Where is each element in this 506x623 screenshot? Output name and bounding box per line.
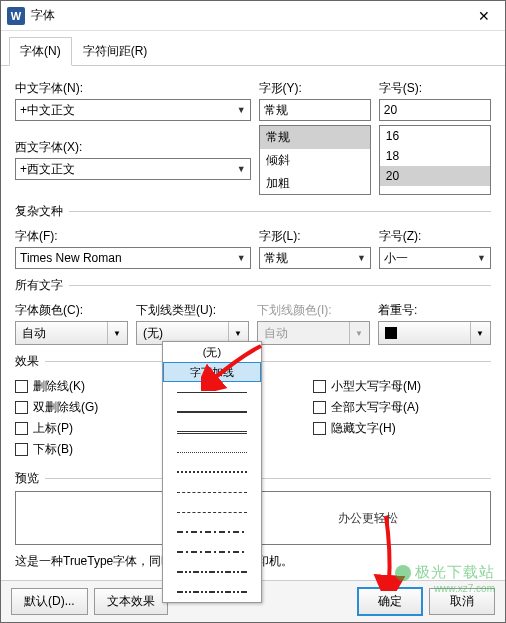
- dropdown-item-thick[interactable]: [163, 402, 261, 422]
- checkbox-label: 小型大写字母(M): [331, 378, 421, 395]
- tab-char-spacing[interactable]: 字符间距(R): [72, 37, 159, 66]
- checkbox-icon: [313, 422, 326, 435]
- checkbox-icon: [313, 401, 326, 414]
- checkbox-label: 删除线(K): [33, 378, 85, 395]
- style-label: 字形(Y):: [259, 80, 371, 97]
- cn-font-value: +中文正文: [20, 102, 75, 119]
- complex-font-combo[interactable]: Times New Roman ▼: [15, 247, 251, 269]
- list-item[interactable]: 18: [380, 146, 490, 166]
- ok-button[interactable]: 确定: [357, 587, 423, 616]
- checkbox-label: 全部大写字母(A): [331, 399, 419, 416]
- chevron-down-icon: ▼: [357, 253, 366, 263]
- dropdown-item-word-only[interactable]: 字下加线: [163, 362, 261, 382]
- list-item[interactable]: 20: [380, 166, 490, 186]
- checkbox-smallcaps[interactable]: 小型大写字母(M): [313, 378, 491, 395]
- list-item[interactable]: 倾斜: [260, 149, 370, 172]
- checkbox-label: 下标(B): [33, 441, 73, 458]
- size-textbox[interactable]: 20: [379, 99, 491, 121]
- checkbox-allcaps[interactable]: 全部大写字母(A): [313, 399, 491, 416]
- complex-font-value: Times New Roman: [20, 251, 122, 265]
- dropdown-item-dash-dot2[interactable]: [163, 542, 261, 562]
- text-effects-button[interactable]: 文本效果: [94, 588, 168, 615]
- dropdown-item-dotted[interactable]: [163, 462, 261, 482]
- checkbox-label: 上标(P): [33, 420, 73, 437]
- checkbox-hidden[interactable]: 隐藏文字(H): [313, 420, 491, 437]
- size-listbox[interactable]: 16 18 20: [379, 125, 491, 195]
- chevron-down-icon: ▼: [470, 322, 484, 344]
- checkbox-label: 隐藏文字(H): [331, 420, 396, 437]
- checkbox-icon: [15, 380, 28, 393]
- section-title: 效果: [15, 353, 39, 370]
- list-item[interactable]: 16: [380, 126, 490, 146]
- dropdown-item-dash-dot-dot[interactable]: [163, 562, 261, 582]
- dropdown-item-double[interactable]: [163, 422, 261, 442]
- complex-style-combo[interactable]: 常规 ▼: [259, 247, 371, 269]
- western-font-combo[interactable]: +西文正文 ▼: [15, 158, 251, 180]
- section-title: 所有文字: [15, 277, 63, 294]
- cn-font-combo[interactable]: +中文正文 ▼: [15, 99, 251, 121]
- chevron-down-icon: ▼: [477, 253, 486, 263]
- section-title: 复杂文种: [15, 203, 63, 220]
- dropdown-item-dashed[interactable]: [163, 482, 261, 502]
- style-listbox[interactable]: 常规 倾斜 加粗: [259, 125, 371, 195]
- checkbox-label: 双删除线(G): [33, 399, 98, 416]
- dropdown-item-dash-dot-dot2[interactable]: [163, 582, 261, 602]
- chevron-down-icon: ▼: [237, 105, 246, 115]
- underline-color-label: 下划线颜色(I):: [257, 302, 370, 319]
- window-title: 字体: [31, 7, 469, 24]
- section-complex: 复杂文种: [15, 203, 491, 220]
- emphasis-combo[interactable]: ▼: [378, 321, 491, 345]
- font-color-value: 自动: [22, 325, 46, 342]
- titlebar: W 字体 ✕: [1, 1, 505, 31]
- font-color-label: 字体颜色(C):: [15, 302, 128, 319]
- western-font-label: 西文字体(X):: [15, 139, 251, 156]
- section-title: 预览: [15, 470, 39, 487]
- checkbox-icon: [15, 443, 28, 456]
- dropdown-item-solid[interactable]: [163, 382, 261, 402]
- cn-font-label: 中文字体(N):: [15, 80, 251, 97]
- chevron-down-icon: ▼: [349, 322, 363, 344]
- complex-size-combo[interactable]: 小一 ▼: [379, 247, 491, 269]
- color-swatch: [385, 327, 397, 339]
- chevron-down-icon: ▼: [107, 322, 121, 344]
- list-item[interactable]: 加粗: [260, 172, 370, 195]
- underline-color-combo: 自动 ▼: [257, 321, 370, 345]
- app-icon: W: [7, 7, 25, 25]
- complex-style-label: 字形(L):: [259, 228, 371, 245]
- tab-bar: 字体(N) 字符间距(R): [1, 31, 505, 66]
- watermark-url: www.xz7.com: [434, 583, 495, 594]
- complex-style-value: 常规: [264, 250, 288, 267]
- size-label: 字号(S):: [379, 80, 491, 97]
- list-item[interactable]: 常规: [260, 126, 370, 149]
- section-allchar: 所有文字: [15, 277, 491, 294]
- size-value: 20: [384, 103, 397, 117]
- complex-size-label: 字号(Z):: [379, 228, 491, 245]
- style-textbox[interactable]: 常规: [259, 99, 371, 121]
- font-color-combo[interactable]: 自动 ▼: [15, 321, 128, 345]
- style-value: 常规: [264, 102, 288, 119]
- chevron-down-icon: ▼: [237, 164, 246, 174]
- dropdown-item-dash-dot[interactable]: [163, 522, 261, 542]
- default-button[interactable]: 默认(D)...: [11, 588, 88, 615]
- preview-text: 办公更轻松: [338, 510, 398, 527]
- underline-color-value: 自动: [264, 325, 288, 342]
- underline-type-value: (无): [143, 325, 163, 342]
- underline-type-label: 下划线类型(U):: [136, 302, 249, 319]
- dropdown-item-dashed-wide[interactable]: [163, 502, 261, 522]
- western-font-value: +西文正文: [20, 161, 75, 178]
- complex-font-label: 字体(F):: [15, 228, 251, 245]
- close-button[interactable]: ✕: [469, 1, 499, 31]
- tab-font[interactable]: 字体(N): [9, 37, 72, 66]
- checkbox-icon: [313, 380, 326, 393]
- dropdown-item-none[interactable]: (无): [163, 342, 261, 362]
- checkbox-icon: [15, 401, 28, 414]
- complex-size-value: 小一: [384, 250, 408, 267]
- underline-dropdown[interactable]: (无) 字下加线: [162, 341, 262, 603]
- dropdown-item-dotted-light[interactable]: [163, 442, 261, 462]
- chevron-down-icon: ▼: [237, 253, 246, 263]
- checkbox-icon: [15, 422, 28, 435]
- emphasis-label: 着重号:: [378, 302, 491, 319]
